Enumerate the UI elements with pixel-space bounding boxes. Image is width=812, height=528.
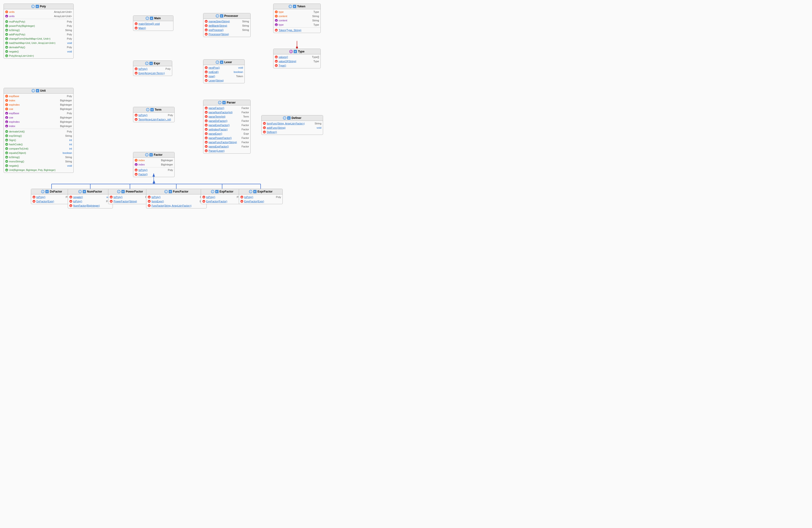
lang-icon-factor: K bbox=[149, 153, 153, 156]
vis-icon: m bbox=[275, 29, 278, 32]
class-icon-term: C bbox=[146, 108, 149, 111]
member-type: Poly bbox=[67, 33, 72, 36]
parser-method-1: m parseFactor() Factor bbox=[203, 106, 250, 110]
class-body-factor: f index BigInteger p index BigInteger m … bbox=[133, 157, 174, 177]
class-header-numfactor: C K NumFactor bbox=[68, 189, 113, 194]
member-name: Type() bbox=[279, 64, 319, 67]
member-type: Poly bbox=[67, 25, 72, 27]
class-header-definer: C K Definer bbox=[262, 115, 323, 121]
vis-icon: m bbox=[5, 33, 8, 36]
parser-method-9: m parseFuncFactor(String) Factor bbox=[203, 140, 250, 144]
type-method-2: m valueOf(String) Type bbox=[273, 59, 320, 63]
lang-icon-expr: K bbox=[149, 62, 153, 65]
lang-icon-poly: K bbox=[35, 5, 39, 8]
member-name: derivateUnit() bbox=[9, 130, 66, 133]
member-name: mergeSign(String) bbox=[208, 20, 241, 23]
member-name: toPoly() bbox=[37, 196, 65, 198]
parser-method-3: m parseTerm(int) Term bbox=[203, 115, 250, 119]
class-box-numfactor: C K NumFactor m negate() void m toPoly()… bbox=[68, 189, 113, 209]
member-name: type bbox=[279, 11, 313, 13]
member-type: BigInteger bbox=[60, 120, 72, 123]
class-header-expfactor: C K ExpFactor bbox=[201, 189, 243, 194]
member-name: coe bbox=[9, 116, 59, 119]
unit-field-2: f index BigInteger bbox=[4, 98, 73, 103]
member-name: now() bbox=[208, 75, 235, 78]
member-name: paresExpFactor() bbox=[208, 145, 241, 148]
unit-method-9: m negate() void bbox=[4, 164, 73, 168]
lang-icon-unit: K bbox=[36, 89, 39, 92]
class-body-lexer: m nextPos() void m notEnd() boolean m no… bbox=[203, 65, 245, 83]
unit-method-4: m hashCode() int bbox=[4, 142, 73, 147]
member-name: index bbox=[9, 99, 59, 102]
member-type: Poly bbox=[67, 46, 72, 49]
vis-icon: m bbox=[32, 196, 35, 198]
lang-icon-term: K bbox=[150, 108, 154, 111]
class-icon-funcfactor: C bbox=[164, 190, 168, 193]
member-type: int bbox=[69, 139, 72, 141]
class-header-powerfactor: C K PowerFactor bbox=[108, 189, 152, 194]
type-method-1: m values() Type[] bbox=[273, 55, 320, 59]
class-header-factor: C K Factor bbox=[133, 152, 174, 157]
vis-icon: m bbox=[135, 173, 137, 176]
vis-icon: m bbox=[135, 169, 137, 171]
member-name: Definer() bbox=[267, 131, 321, 133]
vis-icon: m bbox=[205, 107, 208, 109]
vis-icon: m bbox=[5, 37, 8, 40]
member-name: compareTo(Unit) bbox=[9, 147, 68, 150]
expr-method-1: m toPoly() Poly bbox=[133, 67, 172, 71]
vis-icon: m bbox=[5, 143, 8, 146]
class-name-unit: Unit bbox=[40, 89, 46, 92]
member-type: String bbox=[242, 29, 249, 31]
member-name: parsePowerFactor() bbox=[208, 136, 241, 139]
class-box-processor: C K Processor m mergeSign(String) String… bbox=[203, 13, 251, 37]
vis-icon: m bbox=[5, 20, 8, 23]
member-type: String bbox=[65, 156, 72, 159]
class-header-unit: C K Unit bbox=[4, 88, 73, 93]
member-name: expIndex bbox=[9, 120, 59, 123]
vis-icon: m bbox=[110, 200, 113, 203]
class-name-expfactor: ExpFactor bbox=[219, 190, 233, 193]
class-name-token: Token bbox=[297, 5, 305, 8]
class-body-unit: f expBase Poly f index BigInteger f expI… bbox=[4, 93, 73, 172]
unit-method-8: m monoString() String bbox=[4, 159, 73, 164]
vis-icon: m bbox=[148, 196, 150, 198]
member-type: Type bbox=[313, 60, 319, 63]
vis-icon: m bbox=[205, 115, 208, 118]
class-icon-lexer: C bbox=[216, 61, 219, 64]
expfactor-method-2: m ExpFactor(Factor) bbox=[201, 199, 243, 203]
member-name: load(HashMap<Unit, Unit>, ArrayList<Unit… bbox=[9, 42, 66, 44]
member-type: Factor bbox=[242, 128, 249, 131]
member-name: negate() bbox=[73, 196, 105, 198]
vis-icon: m bbox=[135, 114, 137, 117]
vis-icon: m bbox=[275, 56, 278, 58]
vis-icon: m bbox=[69, 196, 72, 198]
member-name: Expr(ArrayList<Term>) bbox=[139, 72, 171, 75]
member-type: Poly bbox=[67, 112, 72, 115]
unit-field-4: f coe BigInteger bbox=[4, 107, 73, 111]
class-box-parser: C K Parser m parseFactor() Factor m pars… bbox=[203, 100, 251, 154]
vis-icon: m bbox=[5, 42, 8, 44]
vis-icon: p bbox=[5, 116, 8, 119]
lang-icon-definer: K bbox=[287, 116, 291, 120]
member-name: toString() bbox=[9, 156, 64, 159]
vis-icon: m bbox=[275, 64, 278, 67]
vis-icon: m bbox=[202, 196, 205, 198]
vis-icon: m bbox=[202, 200, 205, 203]
vis-icon: m bbox=[205, 20, 208, 23]
parser-method-2: m parseNumFactor(int) Factor bbox=[203, 110, 250, 115]
member-name: parseFactor() bbox=[208, 107, 241, 109]
vis-icon: m bbox=[205, 128, 208, 131]
class-body-exprfactor: m toPoly() Poly m ExprFactor(Expr) bbox=[239, 194, 282, 204]
dxfactor-method-2: m DxFactor(Expr) bbox=[31, 199, 72, 203]
class-name-poly: Poly bbox=[40, 5, 46, 8]
processor-method-2: m delBlank(String) String bbox=[203, 24, 250, 28]
member-name: mulPoly(Poly) bbox=[9, 20, 66, 23]
member-name: parseExpr() bbox=[208, 132, 243, 135]
vis-icon: m bbox=[135, 67, 137, 70]
class-body-funcfactor: m toPoly() Poly m formExpr() Expr m Func… bbox=[146, 194, 206, 208]
member-name: equals(Object) bbox=[9, 151, 62, 154]
member-type: Factor bbox=[242, 145, 249, 148]
class-box-powerfactor: C K PowerFactor m toPoly() Poly m PowerF… bbox=[108, 189, 152, 204]
class-body-expr: m toPoly() Poly m Expr(ArrayList<Term>) bbox=[133, 66, 172, 76]
numfactor-method-3: m NumFactor(BigInteger) bbox=[68, 203, 113, 208]
